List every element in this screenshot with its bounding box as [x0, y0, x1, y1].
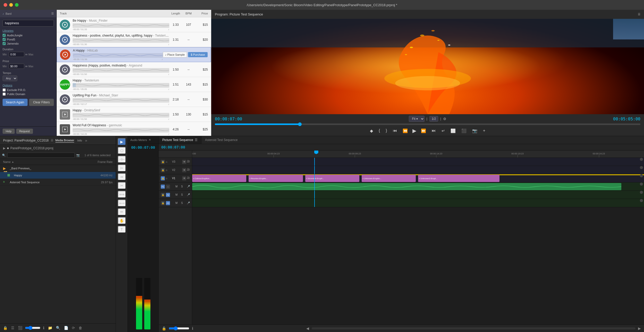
track-waveform-4[interactable]: [73, 83, 169, 88]
purchase-button[interactable]: $ Purchase: [188, 52, 208, 57]
new-item-icon[interactable]: 📄: [63, 325, 69, 330]
music-row-selected[interactable]: A Happy - HitsLab -00:00 / 01:56 ♪: [57, 47, 211, 62]
close-button[interactable]: [4, 3, 7, 7]
request-button[interactable]: Request: [16, 129, 33, 134]
minimize-button[interactable]: [9, 3, 13, 7]
scroll-v2[interactable]: [640, 166, 643, 169]
window-controls[interactable]: [4, 3, 19, 7]
clip-stromboli[interactable]: ▪ Stromboli-Erupti...: [305, 175, 359, 182]
play-button[interactable]: ▶: [412, 128, 416, 134]
track-select-tool[interactable]: ⬡: [118, 147, 126, 154]
tl-scroll-left[interactable]: ◀: [305, 326, 310, 331]
track-waveform-2[interactable]: [73, 53, 163, 58]
options-label[interactable]: Options: [3, 84, 54, 87]
panel-expand-icon[interactable]: »: [85, 138, 87, 143]
pond5-checkbox[interactable]: [3, 38, 6, 41]
bard-menu-icon[interactable]: ☰: [51, 12, 54, 15]
type-tool[interactable]: T: [118, 226, 126, 233]
icon-view-icon[interactable]: ⬛: [17, 325, 23, 330]
slip-tool[interactable]: ⟺: [118, 191, 126, 198]
a1-btn2[interactable]: ⌂: [166, 185, 170, 189]
tl-lock-btn[interactable]: 🔒: [161, 326, 167, 331]
jamendo-checkbox-label[interactable]: Jamendo: [3, 42, 54, 45]
tempo-select[interactable]: Any: [3, 76, 17, 81]
track-v2-content[interactable]: [192, 166, 644, 174]
clip-reunion[interactable]: ▪ Reunion-Eruptio...: [249, 175, 303, 182]
pen-tool[interactable]: ✏: [118, 208, 126, 215]
file-item-sequence[interactable]: ≡ Asteroid Test Sequence 29.97 fps: [0, 179, 116, 186]
price-min-input[interactable]: [9, 64, 24, 69]
track-waveform-3[interactable]: [73, 68, 169, 73]
public-domain-label[interactable]: Public Domain: [3, 93, 54, 96]
track-v3-content[interactable]: [192, 158, 644, 166]
audio-clip-a1[interactable]: [192, 183, 621, 190]
rate-stretch-tool[interactable]: ⇔: [118, 173, 126, 180]
step-forward-button[interactable]: ⏩: [420, 128, 427, 134]
track-a3-content[interactable]: [192, 199, 644, 207]
scroll-a3[interactable]: [640, 199, 643, 202]
go-to-in-button[interactable]: ⏮: [392, 128, 398, 134]
music-row[interactable]: Happiness - positive, cheerful, playful,…: [57, 32, 211, 47]
mark-in-button[interactable]: ◆: [369, 128, 374, 134]
add-marker-button[interactable]: +: [482, 128, 486, 134]
jamendo-checkbox[interactable]: [3, 42, 6, 45]
razor-tool[interactable]: ✂: [118, 182, 126, 189]
scroll-v1[interactable]: [640, 174, 643, 177]
exclude-pro-checkbox[interactable]: [3, 88, 6, 92]
audiojungle-checkbox[interactable]: [3, 34, 6, 37]
search-input[interactable]: [3, 20, 54, 27]
libraries-label[interactable]: Libraries: [3, 29, 54, 32]
file-item-audio[interactable]: ▦ Happy 44100 Hz: [0, 172, 116, 179]
v1-eye-btn[interactable]: 👁: [182, 176, 186, 180]
fit-select[interactable]: Fit ▾: [409, 116, 425, 122]
place-sample-button[interactable]: ♪ Place Sample: [163, 52, 187, 57]
v1-lock-btn[interactable]: 🔒: [161, 176, 165, 180]
track-a1-content[interactable]: [192, 182, 644, 191]
go-to-out-button[interactable]: ⏭: [431, 128, 437, 134]
exclude-pro-label[interactable]: Exclude P.R.O.: [3, 88, 54, 92]
step-back-button[interactable]: ⏪: [402, 128, 409, 134]
media-browser-tab[interactable]: Media Browser: [55, 138, 74, 143]
search-again-button[interactable]: Search Again: [3, 99, 28, 106]
public-domain-checkbox[interactable]: [3, 93, 6, 96]
mark-clip-button[interactable]: }: [385, 128, 388, 134]
a2-lock-btn[interactable]: 🔒: [161, 193, 165, 197]
a3-label-btn[interactable]: A3: [166, 201, 170, 205]
asteroid-sequence-tab[interactable]: Asteroid Test Sequence: [201, 136, 241, 144]
dur-min-input[interactable]: [9, 52, 24, 57]
hand-tool[interactable]: ✋: [118, 217, 126, 224]
lift-button[interactable]: ⬛: [460, 128, 468, 134]
v3-eye-btn[interactable]: 👁: [182, 160, 186, 164]
insert-button[interactable]: ↵: [440, 128, 446, 134]
music-row[interactable]: Happy - DmitriySimf -00:00 / 01:50♪ 1:50…: [57, 107, 211, 122]
clip-unknown2[interactable]: ▪ Unknown2-Erupt...: [418, 175, 499, 182]
scroll-a2[interactable]: [640, 191, 643, 194]
tl-scroll-right[interactable]: ▶: [637, 326, 642, 331]
help-button[interactable]: Help: [3, 129, 15, 134]
v3-lock-btn[interactable]: 🔒: [161, 160, 165, 164]
project-menu-icon[interactable]: ☰: [51, 139, 53, 142]
ripple-edit-tool[interactable]: ⊣⊢: [118, 156, 126, 163]
a1-lock-btn[interactable]: A1: [161, 185, 165, 189]
a2-label-btn[interactable]: A2: [166, 193, 170, 197]
info-tab[interactable]: Info: [77, 138, 82, 143]
scrubber-bar[interactable]: [215, 123, 640, 125]
list-view-icon[interactable]: ☰: [10, 325, 15, 330]
track-waveform-0[interactable]: [73, 23, 169, 28]
camera-icon[interactable]: 📷: [76, 154, 80, 157]
track-waveform-7[interactable]: [73, 128, 169, 132]
export-frame-button[interactable]: 📷: [471, 128, 478, 134]
maximize-button[interactable]: [15, 3, 19, 7]
clear-icon[interactable]: ⟳: [71, 325, 76, 330]
delete-icon[interactable]: 🗑: [78, 325, 83, 330]
program-menu-icon[interactable]: ☰: [638, 13, 640, 16]
scroll-a1[interactable]: [640, 182, 643, 186]
tl-scrollbar[interactable]: [312, 327, 635, 329]
music-row[interactable]: Be Happy - Music_Finder -00:00 / 01:33 ♪…: [57, 17, 211, 32]
track-waveform-5[interactable]: [73, 98, 169, 103]
music-row[interactable]: HAPPY Happy - Twisterium -00:01 / 05:05♪: [57, 77, 211, 92]
zoom-slider[interactable]: [25, 326, 40, 330]
music-row[interactable]: World Full Of Happiness - ganmusic -00:0…: [57, 122, 211, 136]
settings-icon[interactable]: ⚙: [443, 117, 446, 121]
track-a2-content[interactable]: [192, 191, 644, 199]
